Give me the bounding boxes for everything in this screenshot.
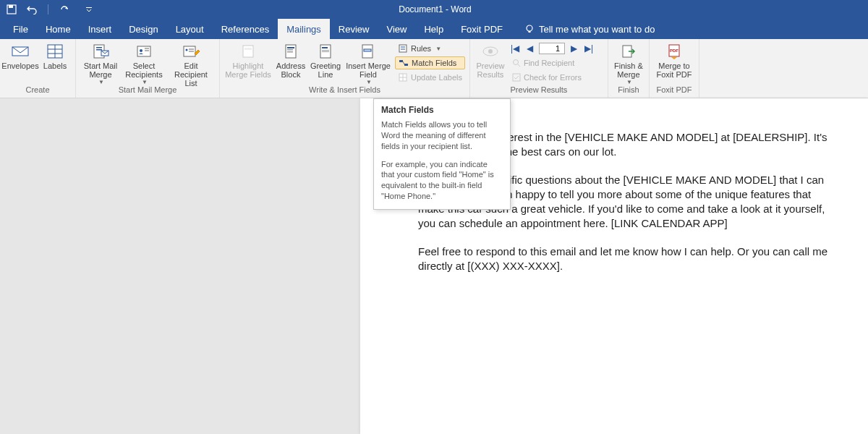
separator <box>48 4 48 14</box>
ribbon-tabs: File Home Insert Design Layout Reference… <box>0 19 868 39</box>
tab-references[interactable]: References <box>213 19 278 39</box>
svg-point-44 <box>513 60 518 65</box>
customize-qat-icon[interactable] <box>83 4 95 15</box>
svg-rect-38 <box>404 64 408 66</box>
record-number-input[interactable] <box>539 43 565 54</box>
envelope-icon <box>11 42 30 61</box>
group-label-start: Start Mail Merge <box>119 85 177 94</box>
highlight-icon <box>240 42 256 61</box>
group-label-finish: Finish <box>618 85 639 94</box>
tab-view[interactable]: View <box>378 19 415 39</box>
group-label-create: Create <box>25 85 49 94</box>
match-fields-button[interactable]: Match Fields <box>395 56 465 69</box>
finish-merge-button[interactable]: Finish &Merge ▼ <box>613 41 644 85</box>
svg-rect-29 <box>322 47 328 48</box>
chevron-down-icon: ▼ <box>142 79 148 85</box>
start-mail-merge-button[interactable]: Start MailMerge ▼ <box>80 41 121 85</box>
group-write-insert: HighlightMerge Fields AddressBlock Greet… <box>220 39 470 98</box>
chevron-down-icon: ▼ <box>98 79 104 85</box>
select-recipients-button[interactable]: SelectRecipients ▼ <box>124 41 164 85</box>
window-title: Document1 - Word <box>95 4 775 14</box>
svg-rect-1 <box>9 5 13 8</box>
svg-rect-12 <box>96 49 102 51</box>
group-label-write: Write & Insert Fields <box>309 85 380 94</box>
insert-field-icon <box>360 42 376 61</box>
labels-button[interactable]: Labels <box>39 41 71 70</box>
tab-foxit[interactable]: Foxit PDF <box>452 19 511 39</box>
tab-file[interactable]: File <box>4 19 37 39</box>
svg-point-43 <box>488 49 493 54</box>
doc-paragraph-3: Feel free to respond to this email and l… <box>418 244 833 274</box>
svg-rect-26 <box>287 49 293 51</box>
write-small-buttons: Rules ▼ Match Fields Update Labels <box>395 41 465 84</box>
next-record-icon[interactable]: ▶ <box>569 43 579 54</box>
rules-button[interactable]: Rules ▼ <box>395 42 465 55</box>
check-icon <box>512 73 521 82</box>
svg-text:PDF: PDF <box>670 48 678 53</box>
labels-icon <box>46 42 64 61</box>
group-label-preview: Preview Results <box>511 85 568 94</box>
svg-rect-22 <box>243 46 253 57</box>
insert-merge-field-button[interactable]: Insert MergeField ▼ <box>344 41 392 85</box>
tooltip-text-2: For example, you can indicate that your … <box>381 159 503 202</box>
undo-icon[interactable] <box>26 4 38 15</box>
svg-rect-11 <box>96 47 102 48</box>
highlight-merge-fields-button: HighlightMerge Fields <box>224 41 272 79</box>
pdf-icon: PDF <box>665 42 683 61</box>
svg-point-15 <box>140 49 142 52</box>
svg-rect-30 <box>322 50 329 51</box>
first-record-icon[interactable]: |◀ <box>509 43 521 54</box>
merge-to-foxit-button[interactable]: PDF Merge toFoxit PDF <box>654 41 694 79</box>
envelopes-button[interactable]: Envelopes <box>4 41 36 70</box>
edit-list-icon <box>182 42 200 61</box>
svg-line-45 <box>518 64 520 67</box>
redo-icon[interactable] <box>59 4 70 15</box>
address-block-icon <box>284 42 298 61</box>
group-label-foxit: Foxit PDF <box>657 85 692 94</box>
tooltip-text-1: Match Fields allows you to tell Word the… <box>381 119 503 152</box>
tell-me-search[interactable]: Tell me what you want to do <box>524 19 655 39</box>
find-recipient-button: Find Recipient <box>509 56 603 69</box>
find-icon <box>512 59 521 67</box>
group-finish: Finish &Merge ▼ Finish <box>608 39 650 98</box>
rules-icon <box>398 43 408 54</box>
greeting-line-button[interactable]: GreetingLine <box>310 41 341 79</box>
svg-rect-31 <box>322 51 329 52</box>
prev-record-icon[interactable]: ◀ <box>525 43 535 54</box>
last-record-icon[interactable]: ▶| <box>583 43 595 54</box>
address-block-button[interactable]: AddressBlock <box>275 41 307 79</box>
ribbon: Envelopes Labels Create Start MailMerge … <box>0 39 868 98</box>
mail-merge-icon <box>92 42 109 61</box>
tab-review[interactable]: Review <box>330 19 378 39</box>
svg-rect-37 <box>399 60 403 62</box>
lightbulb-icon <box>524 24 535 34</box>
quick-access-toolbar <box>6 4 95 15</box>
chevron-down-icon: ▼ <box>366 79 372 85</box>
group-create: Envelopes Labels Create <box>0 39 76 98</box>
preview-icon <box>481 42 500 61</box>
group-start-mail-merge: Start MailMerge ▼ SelectRecipients ▼ Edi… <box>76 39 220 98</box>
document-area: Match Fields Match Fields allows you to … <box>0 98 868 434</box>
finish-merge-icon <box>620 42 637 61</box>
greeting-icon <box>318 42 333 61</box>
svg-rect-25 <box>287 47 294 48</box>
update-labels-icon <box>398 72 408 82</box>
tab-home[interactable]: Home <box>37 19 80 39</box>
svg-rect-14 <box>137 46 150 56</box>
preview-results-button: PreviewResults <box>475 41 506 79</box>
svg-rect-27 <box>287 51 293 53</box>
tell-me-label: Tell me what you want to do <box>539 24 655 35</box>
tab-help[interactable]: Help <box>415 19 452 39</box>
tab-insert[interactable]: Insert <box>80 19 121 39</box>
title-bar: Document1 - Word <box>0 0 868 19</box>
svg-rect-4 <box>528 31 530 33</box>
svg-rect-46 <box>513 74 520 81</box>
tab-layout[interactable]: Layout <box>167 19 213 39</box>
tab-design[interactable]: Design <box>120 19 166 39</box>
group-preview-results: PreviewResults |◀ ◀ ▶ ▶| Find Recipient <box>470 39 608 98</box>
edit-recipient-list-button[interactable]: EditRecipient List <box>167 41 215 88</box>
svg-rect-2 <box>86 7 92 8</box>
tab-mailings[interactable]: Mailings <box>278 19 330 39</box>
match-fields-tooltip: Match Fields Match Fields allows you to … <box>373 98 511 210</box>
save-icon[interactable] <box>6 4 17 15</box>
